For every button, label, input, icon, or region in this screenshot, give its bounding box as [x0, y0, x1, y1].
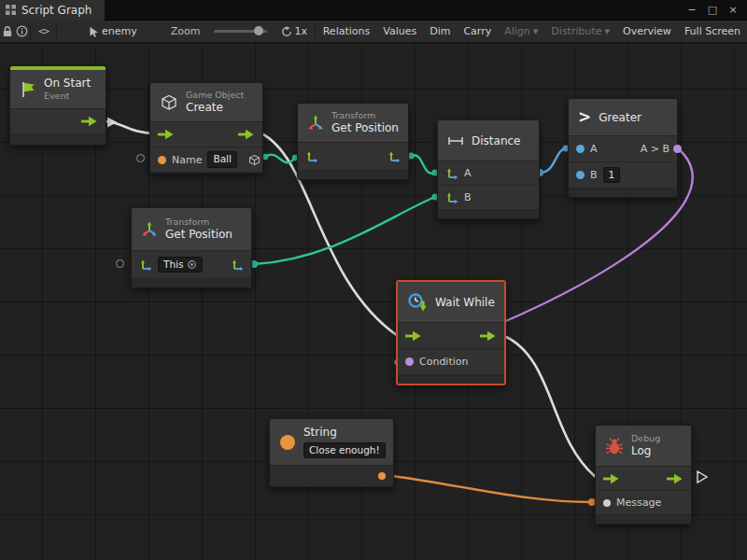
- wait-while-icon: [407, 292, 428, 313]
- control-input-port[interactable]: [603, 473, 620, 484]
- node-header: Transform Get Position: [132, 208, 251, 251]
- values-button[interactable]: Values: [376, 21, 423, 43]
- chevron-down-icon: ▾: [605, 25, 611, 37]
- port-row: [10, 109, 106, 134]
- string-output-port[interactable]: [378, 472, 386, 480]
- target-value: This: [163, 259, 183, 272]
- name-value: Ball: [213, 153, 231, 166]
- node-footer: [132, 279, 251, 287]
- node-footer: [398, 375, 504, 384]
- string-value-input[interactable]: Close enough!: [303, 442, 386, 459]
- node-subtitle: Event: [44, 91, 91, 102]
- string-value: Close enough!: [309, 444, 380, 457]
- toolbar-separator: [56, 24, 57, 39]
- control-output-port[interactable]: [667, 473, 684, 484]
- port-label: B: [590, 169, 598, 181]
- node-get-position-enemy[interactable]: Transform Get Position: [297, 103, 409, 180]
- port-label: Name: [172, 154, 202, 166]
- full-screen-button[interactable]: Full Screen: [678, 21, 747, 43]
- port-row: Condition: [398, 349, 504, 375]
- zoom-slider-handle[interactable]: [254, 26, 263, 35]
- overview-button[interactable]: Overview: [616, 21, 678, 43]
- node-header: Wait While: [398, 282, 504, 323]
- relations-button[interactable]: Relations: [317, 21, 377, 43]
- control-input-port[interactable]: [405, 330, 422, 342]
- toolbar-separator: [30, 24, 31, 39]
- code-preview-button[interactable]: <>: [32, 21, 55, 43]
- node-debug-log[interactable]: Debug Log Message: [595, 425, 692, 525]
- pointer-icon: [89, 26, 99, 37]
- condition-input-port[interactable]: [405, 357, 414, 366]
- transform-input-port[interactable]: [305, 150, 318, 163]
- result-output-port[interactable]: [673, 145, 682, 153]
- node-header: Transform Get Position: [298, 104, 408, 143]
- b-input-port[interactable]: [576, 171, 585, 179]
- node-category: Debug: [631, 433, 660, 444]
- window-controls: − □ ×: [682, 0, 747, 21]
- b-value: 1: [609, 169, 615, 182]
- port-row: Name Ball: [150, 147, 262, 173]
- minimize-icon[interactable]: −: [682, 0, 702, 21]
- node-string-literal[interactable]: String Close enough!: [269, 418, 394, 487]
- tab-script-graph[interactable]: Script Graph: [0, 0, 105, 21]
- greater-icon: >: [578, 109, 591, 125]
- vector-input-port-a[interactable]: [445, 167, 458, 180]
- port-label: B: [464, 191, 472, 203]
- align-button[interactable]: Align ▾: [498, 21, 544, 43]
- position-output-port[interactable]: [388, 150, 401, 163]
- close-icon[interactable]: ×: [723, 0, 743, 21]
- node-game-object-create[interactable]: Game Object Create Name Ball: [149, 82, 263, 174]
- port-row: [398, 323, 504, 349]
- port-row: [298, 143, 408, 171]
- maximize-icon[interactable]: □: [702, 0, 723, 21]
- port-row: This: [132, 251, 251, 279]
- node-title: Distance: [472, 134, 520, 147]
- node-header: On Start Event: [10, 70, 106, 109]
- port-label: Message: [616, 497, 661, 509]
- port-row: B: [438, 186, 539, 210]
- titlebar: Script Graph − □ ×: [0, 0, 747, 21]
- info-icon[interactable]: [15, 21, 30, 43]
- zoom-reset-icon: [281, 26, 292, 37]
- b-value-input[interactable]: 1: [603, 167, 621, 184]
- port-label: A: [464, 167, 472, 179]
- name-value-input[interactable]: Ball: [207, 151, 236, 168]
- port-label: Condition: [419, 356, 469, 368]
- control-input-port[interactable]: [158, 129, 175, 140]
- node-get-position-self[interactable]: Transform Get Position This: [131, 207, 252, 288]
- carry-button[interactable]: Carry: [457, 21, 498, 43]
- target-value-input[interactable]: This: [158, 257, 203, 273]
- a-input-port[interactable]: [576, 145, 585, 153]
- lock-icon[interactable]: [0, 21, 15, 43]
- distance-icon: [447, 135, 464, 147]
- graph-target-label: enemy: [102, 25, 137, 37]
- transform-input-port[interactable]: [139, 259, 152, 272]
- zoom-label: Zoom: [164, 21, 207, 43]
- control-output-port[interactable]: [81, 116, 98, 127]
- vector-input-port-b[interactable]: [445, 191, 458, 204]
- node-distance[interactable]: Distance A B: [437, 119, 540, 219]
- node-header: String Close enough!: [270, 419, 393, 466]
- node-wait-while[interactable]: Wait While Condition: [396, 280, 506, 385]
- node-on-start-event[interactable]: On Start Event: [9, 65, 106, 146]
- game-object-output-port[interactable]: [248, 154, 261, 166]
- message-input-port[interactable]: [603, 499, 611, 507]
- node-title: Wait While: [435, 296, 495, 309]
- distribute-button[interactable]: Distribute ▾: [544, 21, 616, 43]
- node-header: Distance: [438, 120, 539, 161]
- position-output-port[interactable]: [231, 259, 244, 272]
- graph-target-button[interactable]: enemy: [82, 21, 144, 43]
- control-output-port[interactable]: [480, 330, 497, 342]
- zoom-reset-button[interactable]: 1x: [275, 21, 315, 43]
- dim-button[interactable]: Dim: [423, 21, 457, 43]
- zoom-slider[interactable]: [214, 30, 266, 33]
- unconnected-port[interactable]: [136, 154, 145, 162]
- node-footer: [438, 210, 539, 218]
- control-output-port[interactable]: [238, 129, 255, 140]
- node-greater[interactable]: > Greater A A > B B 1: [568, 98, 678, 198]
- name-input-port[interactable]: [158, 156, 166, 164]
- distribute-label: Distribute: [551, 25, 601, 37]
- port-row: A A > B: [569, 136, 677, 162]
- unconnected-port[interactable]: [116, 259, 124, 268]
- window-title: Script Graph: [21, 4, 92, 17]
